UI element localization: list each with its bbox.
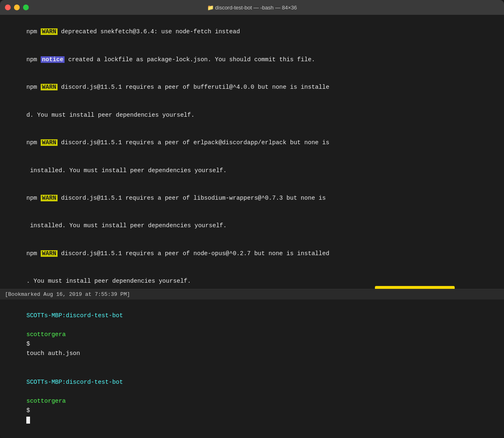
status-bar: [Bookmarked Aug 16, 2019 at 7:55:39 PM]	[0, 289, 504, 300]
npm-label: npm	[26, 195, 41, 201]
prompt-dollar-2: $	[26, 407, 33, 414]
bottom-bar: SCOTTs-MBP:discord-test-bot scottorgera …	[0, 300, 504, 438]
prompt-path-2: SCOTTs-MBP:discord-test-bot	[26, 379, 123, 385]
terminal-body[interactable]: npm WARN deprecated snekfetch@3.6.4: use…	[0, 15, 504, 289]
terminal-line: npm WARN discord.js@11.5.1 requires a pe…	[5, 184, 499, 212]
notice-badge: notice	[41, 56, 65, 63]
npm-label: npm	[26, 56, 41, 63]
window-title: 📁 discord-test-bot — -bash — 84×36	[207, 5, 297, 11]
npm-label: npm	[26, 139, 41, 146]
folder-icon: 📁	[207, 5, 214, 11]
prompt-dollar-1: $	[26, 341, 33, 347]
terminal-line: d. You must install peer dependencies yo…	[5, 101, 499, 129]
bookmark-status: [Bookmarked Aug 16, 2019 at 7:55:39 PM]	[5, 291, 130, 297]
terminal-line: installed. You must install peer depende…	[5, 157, 499, 184]
npm-label: npm	[26, 250, 41, 257]
traffic-lights	[5, 5, 29, 10]
warn-badge: WARN	[41, 84, 58, 90]
cursor	[26, 417, 30, 424]
prompt-user-2: scottorgera	[26, 398, 66, 404]
npm-label: npm	[26, 28, 41, 35]
minimize-button[interactable]	[14, 5, 20, 10]
warn-badge: WARN	[41, 195, 58, 201]
terminal-window: 📁 discord-test-bot — -bash — 84×36 npm W…	[0, 0, 504, 438]
close-button[interactable]	[5, 5, 11, 10]
maximize-button[interactable]	[23, 5, 29, 10]
terminal-line: installed. You must install peer depende…	[5, 212, 499, 240]
terminal-line: npm WARN discord.js@11.5.1 requires a pe…	[5, 240, 499, 267]
warn-badge: WARN	[41, 28, 58, 35]
prompt-path-1: SCOTTs-MBP:discord-test-bot	[26, 312, 123, 319]
annotation-label: touch auth.json	[375, 286, 455, 289]
prompt-line-2: SCOTTs-MBP:discord-test-bot scottorgera …	[5, 368, 499, 435]
prompt-cmd-1: touch auth.json	[26, 350, 80, 357]
terminal-line: npm WARN discord.js@11.5.1 requires a pe…	[5, 74, 499, 101]
terminal-line: npm WARN deprecated snekfetch@3.6.4: use…	[5, 18, 499, 46]
prompt-user-1: scottorgera	[26, 331, 66, 338]
terminal-line: npm WARN discord.js@11.5.1 requires a pe…	[5, 129, 499, 157]
warn-badge: WARN	[41, 250, 58, 257]
prompt-line-1: SCOTTs-MBP:discord-test-bot scottorgera …	[5, 301, 499, 368]
titlebar: 📁 discord-test-bot — -bash — 84×36	[0, 0, 504, 15]
terminal-line: npm notice created a lockfile as package…	[5, 46, 499, 73]
npm-label: npm	[26, 84, 41, 90]
warn-badge: WARN	[41, 139, 58, 146]
